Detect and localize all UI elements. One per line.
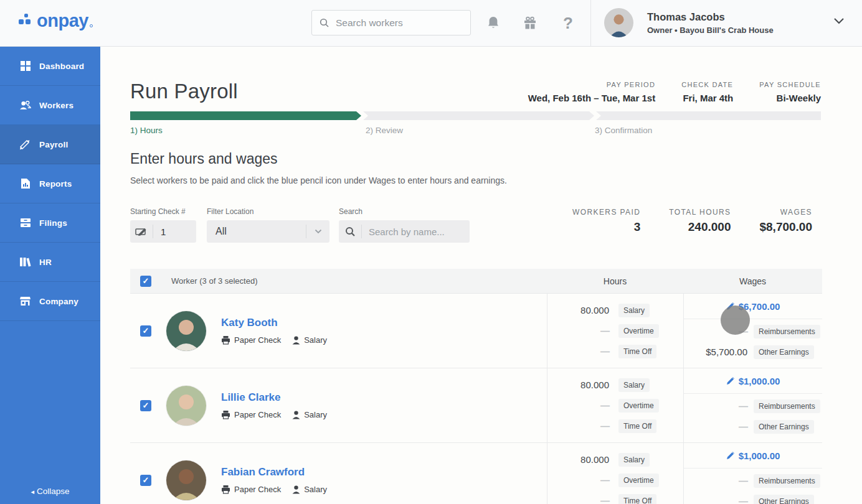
pencil-icon (726, 376, 735, 385)
sidebar-item-payroll[interactable]: Payroll (0, 125, 100, 164)
help-button[interactable]: ? (557, 14, 579, 32)
filter-location-select[interactable]: All (207, 220, 329, 243)
onpay-logo-squares-icon (19, 14, 35, 26)
edit-wages-button[interactable]: $1,000.00 (684, 368, 822, 394)
step-confirmation: 3) Confirmation (595, 126, 652, 135)
chevron-down-icon (306, 225, 329, 238)
progress-bar (130, 111, 821, 120)
worker-avatar (166, 386, 206, 426)
hours-label: Salary (618, 304, 650, 317)
sidebar-item-company[interactable]: Company (0, 282, 100, 321)
edit-wages-button[interactable]: $6,700.00 (684, 294, 822, 319)
wage-total: $6,700.00 (739, 301, 780, 312)
hours-label: Salary (618, 453, 650, 467)
wage-total: $1,000.00 (739, 376, 780, 386)
wage-value: $5,700.00 (684, 347, 747, 357)
sidebar-item-reports[interactable]: Reports (0, 164, 100, 203)
progress-steps: 1) Hours 2) Review 3) Confirmation (130, 126, 821, 136)
check-pencil-icon (130, 225, 153, 238)
progress-segment-review (363, 111, 594, 120)
sidebar-item-dashboard[interactable]: Dashboard (0, 47, 100, 86)
search-label: Search (339, 207, 470, 216)
sidebar-item-filings[interactable]: Filings (0, 203, 100, 243)
pay-type: Salary (304, 485, 327, 494)
topbar: onpay ? Thomas Jacobs Owner • Bayou Bill… (0, 0, 862, 47)
pay-period: PAY PERIOD Wed, Feb 16th – Tue, Mar 1st (528, 81, 656, 103)
search-by-name-input[interactable] (362, 226, 470, 237)
main-content: Run Payroll PAY PERIOD Wed, Feb 16th – T… (100, 47, 862, 504)
person-icon (292, 485, 300, 494)
payment-method: Paper Check (234, 335, 281, 345)
hours-value: 80.000 (547, 380, 609, 390)
hours-label: Overtime (618, 399, 659, 413)
stat-total-hours: TOTAL HOURS 240.000 (669, 208, 731, 234)
printer-icon (221, 485, 230, 494)
hours-value: — (547, 475, 609, 485)
wage-label: Reimbursements (754, 399, 820, 413)
worker-name-link[interactable]: Katy Booth (221, 317, 338, 329)
search-icon (320, 18, 329, 28)
search-workers-field[interactable] (311, 10, 471, 35)
starting-check-input[interactable] (153, 226, 187, 237)
pay-type: Salary (304, 335, 327, 345)
hours-column-header: Hours (547, 276, 683, 286)
collapse-triangle-icon: ◂ (31, 488, 34, 495)
hours-value: 80.000 (547, 305, 609, 315)
search-workers-input[interactable] (336, 17, 460, 29)
select-all-checkbox[interactable]: ✓ (140, 276, 151, 287)
sidebar-item-workers[interactable]: Workers (0, 86, 100, 125)
hours-value: — (547, 346, 609, 357)
starting-check-label: Starting Check # (130, 207, 196, 216)
onpay-logo-text: onpay (37, 12, 88, 29)
notifications-button[interactable] (483, 14, 504, 32)
pay-type: Salary (304, 410, 327, 419)
workers-table: ✓ Worker (3 of 3 selected) Hours Wages ✓… (130, 269, 822, 504)
edit-wages-button[interactable]: $1,000.00 (684, 443, 822, 469)
sidebar: Dashboard Workers Payroll Reports Filing… (0, 47, 100, 504)
pencil-icon (726, 302, 735, 310)
worker-name-link[interactable]: Lillie Clarke (221, 391, 338, 404)
hours-value: — (547, 495, 609, 504)
wages-cell: $1,000.00 —Reimbursements —Other Earning… (683, 443, 822, 504)
search-by-name-field (339, 220, 470, 243)
worker-avatar (166, 460, 206, 500)
payroll-meta: PAY PERIOD Wed, Feb 16th – Tue, Mar 1st … (528, 81, 821, 103)
step-review: 2) Review (366, 126, 403, 135)
reports-icon (19, 178, 31, 190)
printer-icon (221, 410, 230, 419)
dashboard-icon (19, 60, 31, 72)
wage-value: — (684, 401, 747, 411)
progress-segment-hours (130, 111, 361, 120)
wage-label: Reimbursements (754, 474, 820, 488)
user-name: Thomas Jacobs (647, 11, 774, 23)
section-heading: Enter hours and wages (130, 151, 821, 167)
wage-value: — (684, 421, 747, 432)
worker-column-header: Worker (3 of 3 selected) (171, 276, 547, 286)
page-title: Run Payroll (130, 80, 238, 103)
bell-icon (486, 16, 500, 30)
section-description: Select workers to be paid and click the … (130, 175, 821, 185)
starting-check-field (130, 220, 196, 243)
row-checkbox[interactable]: ✓ (140, 325, 151, 337)
hours-label: Overtime (618, 324, 659, 338)
person-icon (292, 336, 300, 345)
collapse-button[interactable]: ◂Collapse (0, 487, 100, 496)
onpay-logo[interactable]: onpay (19, 12, 93, 29)
company-icon (19, 296, 31, 307)
worker-name-link[interactable]: Fabian Crawford (221, 466, 338, 478)
printer-icon (221, 335, 230, 345)
filter-location-value: All (207, 226, 306, 237)
row-checkbox[interactable]: ✓ (140, 400, 151, 411)
row-checkbox[interactable]: ✓ (140, 475, 151, 486)
topbar-divider (590, 0, 591, 46)
step-hours: 1) Hours (130, 126, 163, 135)
wage-label: Other Earnings (754, 495, 814, 504)
sidebar-item-hr[interactable]: HR (0, 243, 100, 282)
hours-label: Overtime (618, 474, 659, 487)
chevron-down-icon[interactable] (833, 17, 845, 24)
user-avatar (604, 8, 633, 37)
help-icon: ? (563, 14, 573, 32)
hours-value: — (547, 421, 609, 431)
gifts-button[interactable] (519, 14, 541, 32)
user-menu[interactable]: Thomas Jacobs Owner • Bayou Bill's Crab … (604, 8, 774, 37)
